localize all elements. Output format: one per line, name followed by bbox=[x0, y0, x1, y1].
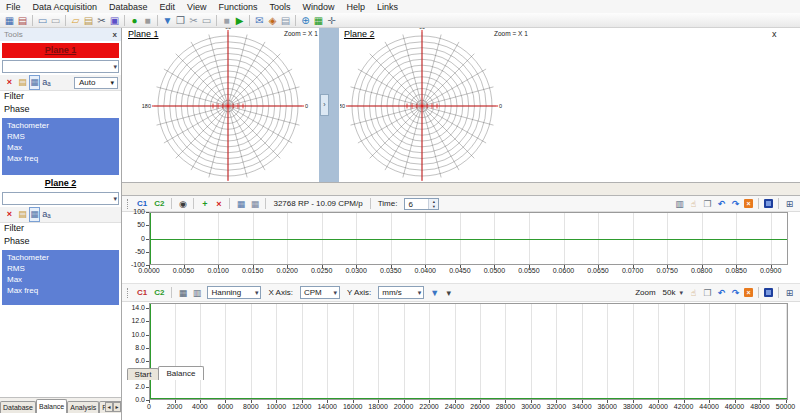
filter-icon[interactable]: ▼ bbox=[161, 14, 174, 27]
channel-1-toggle[interactable]: C1 bbox=[137, 288, 147, 297]
excel-export-icon[interactable]: × bbox=[744, 199, 753, 208]
paste-icon[interactable]: ▤ bbox=[16, 208, 29, 221]
tab-database[interactable]: Database bbox=[0, 401, 36, 413]
report-icon[interactable]: ▤ bbox=[16, 14, 29, 27]
plane1-phase-list[interactable]: TachometerRMSMaxMax freq bbox=[2, 118, 119, 175]
list-item[interactable]: Max freq bbox=[2, 153, 119, 164]
delete-icon[interactable]: × bbox=[213, 198, 224, 210]
close-icon[interactable]: x bbox=[113, 28, 117, 41]
splitter-expand-button[interactable]: › bbox=[320, 94, 329, 116]
move-icon[interactable]: ✛ bbox=[325, 14, 338, 27]
visibility-icon[interactable]: ◉ bbox=[177, 198, 188, 210]
list-item[interactable]: RMS bbox=[2, 131, 119, 142]
window-function-select[interactable]: Hanning▾ bbox=[207, 286, 261, 299]
web-icon[interactable]: ⊕ bbox=[299, 14, 312, 27]
channel-2-toggle[interactable]: C2 bbox=[154, 288, 164, 297]
plane2-polar-plot[interactable]: 901800270 bbox=[340, 28, 510, 181]
time-spinner-buttons[interactable]: ▴▾ bbox=[428, 199, 438, 209]
excel-export-icon[interactable]: × bbox=[744, 288, 753, 297]
stop-icon[interactable]: ■ bbox=[220, 14, 233, 27]
plots-splitter[interactable]: › bbox=[319, 28, 339, 182]
menu-data-acquisition[interactable]: Data Acquisition bbox=[27, 2, 104, 12]
save-icon[interactable]: ▣ bbox=[108, 14, 121, 27]
table-export-icon[interactable]: ▦ bbox=[249, 198, 260, 210]
monitor-off-icon[interactable]: ▭ bbox=[49, 14, 62, 27]
colors-icon[interactable]: ▦ bbox=[312, 14, 325, 27]
document-icon[interactable]: ▤ bbox=[279, 14, 292, 27]
doc-export-icon[interactable] bbox=[764, 288, 773, 297]
chart-window-icon[interactable]: ▦ bbox=[177, 287, 188, 299]
list-item[interactable]: Max bbox=[2, 274, 119, 285]
columns-icon[interactable]: ▥ bbox=[674, 198, 685, 210]
undo-icon[interactable]: ↶ bbox=[716, 198, 727, 210]
copy-icon[interactable]: ❐ bbox=[702, 287, 713, 299]
delete-icon[interactable]: × bbox=[3, 208, 16, 221]
tab-scroll-left-button[interactable]: ◂ bbox=[105, 402, 113, 412]
tile-windows-icon[interactable]: ⊞ bbox=[784, 287, 795, 299]
list-item[interactable]: Tachometer bbox=[2, 252, 119, 263]
stop-record-icon[interactable]: ■ bbox=[141, 14, 154, 27]
play-icon[interactable]: ▶ bbox=[233, 14, 246, 27]
tab-balance[interactable]: Balance bbox=[36, 399, 67, 413]
plane2-phase-list[interactable]: TachometerRMSMaxMax freq bbox=[2, 250, 119, 305]
time-spinner[interactable]: 6▴▾ bbox=[404, 198, 439, 210]
crop-icon[interactable]: ✂ bbox=[187, 14, 200, 27]
tab-scroll-right-button[interactable]: ▸ bbox=[113, 402, 121, 412]
subscript-sort-icon[interactable]: aₐ bbox=[40, 76, 53, 89]
channel-1-toggle[interactable]: C1 bbox=[137, 199, 147, 208]
monitor-icon[interactable]: ▭ bbox=[36, 14, 49, 27]
plane1-banner[interactable]: Plane 1 bbox=[2, 43, 119, 58]
tile-windows-icon[interactable]: ⊞ bbox=[784, 198, 795, 210]
subscript-sort-icon[interactable]: aₐ bbox=[40, 208, 53, 221]
delete-icon[interactable]: × bbox=[3, 76, 16, 89]
frame-icon[interactable]: ▭ bbox=[200, 14, 213, 27]
list-item[interactable]: Max bbox=[2, 142, 119, 153]
menu-help[interactable]: Help bbox=[341, 2, 372, 12]
dropdown-arrow-icon[interactable]: ▾ bbox=[443, 287, 454, 299]
waveform-chart-icon[interactable]: ▦ bbox=[3, 14, 16, 27]
paste-icon[interactable]: ▤ bbox=[82, 14, 95, 27]
filter-icon[interactable]: ▼ bbox=[429, 287, 440, 299]
zoom-select[interactable]: 50k▾ bbox=[663, 288, 683, 297]
open-folder-icon[interactable]: ▱ bbox=[69, 14, 82, 27]
list-item[interactable]: Max freq bbox=[2, 285, 119, 296]
plots-close-button[interactable]: x bbox=[772, 29, 777, 39]
doc-export-icon[interactable] bbox=[764, 199, 773, 208]
mail-icon[interactable]: ✉ bbox=[253, 14, 266, 27]
menu-view[interactable]: View bbox=[181, 2, 212, 12]
x-axis-units-select[interactable]: CPM▾ bbox=[300, 286, 340, 299]
paste-icon[interactable]: ▤ bbox=[16, 76, 29, 89]
menu-functions[interactable]: Functions bbox=[212, 2, 263, 12]
add-icon[interactable]: + bbox=[199, 198, 210, 210]
chart-overlay-icon[interactable]: ▥ bbox=[191, 287, 202, 299]
table-icon[interactable]: ▦ bbox=[235, 198, 246, 210]
plane1-polar-plot[interactable]: 901800270 bbox=[133, 28, 321, 181]
menu-edit[interactable]: Edit bbox=[154, 2, 182, 12]
tab-start[interactable]: Start bbox=[127, 368, 159, 380]
menu-file[interactable]: File bbox=[0, 2, 27, 12]
channel-2-toggle[interactable]: C2 bbox=[154, 199, 164, 208]
undo-icon[interactable]: ↶ bbox=[716, 287, 727, 299]
hand-icon[interactable]: ☝ bbox=[688, 287, 699, 299]
redo-icon[interactable]: ↷ bbox=[730, 198, 741, 210]
menu-database[interactable]: Database bbox=[103, 2, 154, 12]
hand-icon[interactable]: ☝ bbox=[688, 198, 699, 210]
menu-tools[interactable]: Tools bbox=[264, 2, 297, 12]
plane2-select[interactable]: ▾ bbox=[2, 192, 119, 205]
list-item[interactable]: Tachometer bbox=[2, 120, 119, 131]
copy-icon[interactable]: ❐ bbox=[702, 198, 713, 210]
menu-links[interactable]: Links bbox=[371, 2, 404, 12]
grid-icon[interactable]: ▦ bbox=[29, 75, 40, 90]
spinner-down-icon[interactable]: ▾ bbox=[429, 204, 438, 209]
auto-select[interactable]: Auto▾ bbox=[74, 77, 118, 89]
tab-balance[interactable]: Balance bbox=[158, 366, 204, 380]
plane1-select[interactable]: ▾ bbox=[2, 60, 119, 73]
y-axis-units-select[interactable]: mm/s▾ bbox=[378, 286, 424, 299]
redo-icon[interactable]: ↷ bbox=[730, 287, 741, 299]
tab-analysis[interactable]: Analysis bbox=[67, 401, 99, 413]
menu-window[interactable]: Window bbox=[297, 2, 341, 12]
copy-icon[interactable]: ❐ bbox=[174, 14, 187, 27]
list-item[interactable]: RMS bbox=[2, 263, 119, 274]
cut-icon[interactable]: ✂ bbox=[95, 14, 108, 27]
record-icon[interactable]: ● bbox=[128, 14, 141, 27]
